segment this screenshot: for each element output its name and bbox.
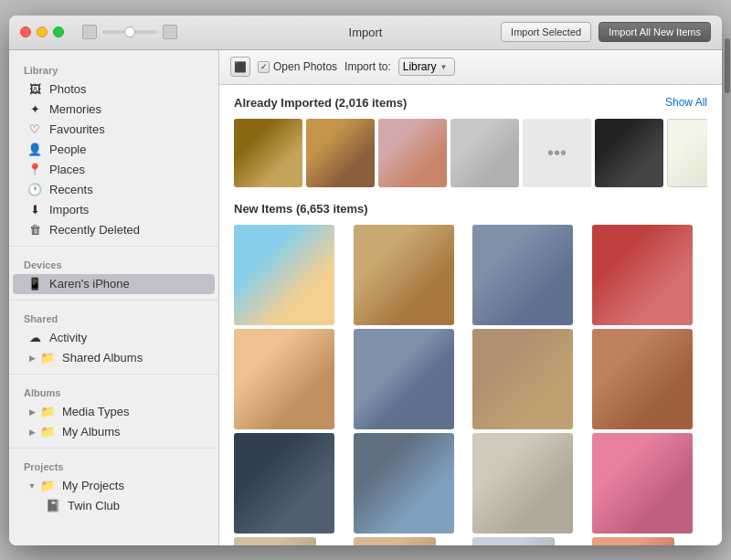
window-title: Import	[349, 26, 383, 39]
new-photo-girl[interactable]	[592, 225, 693, 325]
new-photo-bottom4[interactable]	[592, 537, 674, 545]
already-imported-header: Already Imported (2,016 items) Show All	[234, 96, 707, 110]
sidebar-item-my-projects[interactable]: ▼ 📁 My Projects	[13, 476, 215, 496]
media-types-icon: 📁	[40, 405, 55, 419]
already-imported-title: Already Imported (2,016 items)	[234, 96, 407, 110]
new-photo-dark-sofa[interactable]	[234, 433, 334, 534]
select-arrow-icon: ▼	[440, 63, 447, 71]
main-content: ⬛ Open Photos Import to: Library ▼ Alrea…	[219, 50, 722, 545]
new-photo-room[interactable]	[472, 329, 573, 429]
titlebar: Import Import Selected Import All New It…	[9, 16, 722, 50]
sidebar-item-people[interactable]: 👤 People	[13, 140, 215, 160]
my-albums-expand-icon: ▶	[27, 428, 37, 437]
sidebar-item-recently-deleted[interactable]: 🗑 Recently Deleted	[13, 220, 215, 240]
new-items-title: New Items (6,653 items)	[234, 202, 368, 216]
new-photo-bottom3[interactable]	[472, 537, 555, 545]
sidebar-memories-label: Memories	[49, 102, 101, 116]
traffic-lights	[20, 26, 64, 37]
sidebar-item-favourites[interactable]: ♡ Favourites	[13, 120, 215, 140]
new-photo-baby4[interactable]	[354, 329, 454, 429]
sidebar-item-imports[interactable]: ⬇ Imports	[13, 200, 215, 220]
places-icon: 📍	[27, 163, 42, 177]
sidebar-activity-label: Activity	[49, 331, 87, 344]
toolbar: ⬛ Open Photos Import to: Library ▼	[219, 50, 722, 85]
photo-thumb[interactable]	[306, 119, 375, 187]
new-photo-bottom1[interactable]	[234, 537, 316, 545]
sidebar: Library 🖼 Photos ✦ Memories ♡ Favourites…	[9, 50, 219, 545]
new-items-header: New Items (6,653 items)	[234, 202, 707, 216]
recently-deleted-icon: 🗑	[27, 223, 42, 238]
sidebar-places-label: Places	[49, 163, 85, 176]
new-photo-man-baby[interactable]	[354, 433, 454, 534]
zoom-slider[interactable]	[102, 30, 157, 34]
scroll-area[interactable]: Already Imported (2,016 items) Show All …	[219, 85, 722, 545]
sidebar-item-karens-iphone[interactable]: 📱 Karen's iPhone	[13, 274, 215, 294]
new-photo-baby2[interactable]	[472, 225, 573, 325]
import-to-value: Library	[403, 60, 437, 73]
content-area: Library 🖼 Photos ✦ Memories ♡ Favourites…	[9, 50, 722, 545]
show-all-link[interactable]: Show All	[665, 96, 707, 109]
sidebar-recents-label: Recents	[49, 183, 93, 196]
people-icon: 👤	[27, 143, 42, 157]
sidebar-item-my-albums[interactable]: ▶ 📁 My Albums	[13, 422, 215, 442]
new-photo-window[interactable]	[472, 433, 573, 534]
new-items-grid	[234, 225, 707, 545]
albums-section-label: Albums	[9, 380, 218, 402]
sidebar-my-albums-label: My Albums	[62, 425, 121, 438]
new-photo-baby5[interactable]	[592, 329, 693, 429]
import-all-button[interactable]: Import All New Items	[599, 22, 711, 42]
sidebar-item-recents[interactable]: 🕐 Recents	[13, 180, 215, 200]
new-photo-beach[interactable]	[234, 225, 334, 325]
window-icon-area	[82, 25, 177, 39]
sidebar-iphone-label: Karen's iPhone	[49, 277, 130, 291]
photo-thumb[interactable]	[234, 119, 302, 187]
more-icon: •••	[547, 143, 567, 164]
sidebar-item-places[interactable]: 📍 Places	[13, 160, 215, 180]
activity-icon: ☁	[27, 331, 42, 345]
view-toggle-icon[interactable]	[163, 25, 177, 39]
imports-icon: ⬇	[27, 203, 42, 217]
sidebar-media-types-label: Media Types	[62, 405, 129, 418]
sidebar-divider-4	[9, 448, 218, 449]
open-photos-label: Open Photos	[273, 60, 337, 73]
import-to-select[interactable]: Library ▼	[398, 58, 456, 76]
sidebar-favourites-label: Favourites	[49, 122, 105, 136]
media-types-expand-icon: ▶	[27, 407, 37, 417]
import-to-label: Import to:	[344, 60, 391, 73]
sidebar-item-activity[interactable]: ☁ Activity	[13, 328, 215, 348]
shared-section-label: Shared	[9, 306, 218, 328]
sidebar-item-media-types[interactable]: ▶ 📁 Media Types	[13, 402, 215, 422]
shared-albums-expand-icon: ▶	[27, 354, 37, 363]
back-button[interactable]: ⬛	[230, 57, 250, 77]
photo-thumb[interactable]	[595, 119, 663, 187]
new-photo-baby1[interactable]	[354, 225, 454, 325]
new-photo-bottom2[interactable]	[354, 537, 436, 545]
sidebar-imports-label: Imports	[49, 203, 89, 217]
projects-section-label: Projects	[9, 454, 218, 476]
photo-thumb[interactable]	[667, 119, 707, 187]
photo-thumb[interactable]	[378, 119, 447, 187]
sidebar-item-shared-albums[interactable]: ▶ 📁 Shared Albums	[13, 348, 215, 368]
zoom-slider-thumb	[124, 26, 135, 37]
open-photos-option[interactable]: Open Photos	[258, 60, 337, 73]
sidebar-twin-club-label: Twin Club	[68, 499, 120, 512]
sidebar-item-memories[interactable]: ✦ Memories	[13, 100, 215, 120]
import-selected-button[interactable]: Import Selected	[501, 22, 591, 42]
open-photos-checkbox[interactable]	[258, 61, 270, 73]
new-photo-pink[interactable]	[592, 433, 693, 534]
sidebar-item-twin-club[interactable]: 📓 Twin Club	[13, 496, 215, 516]
photo-more-thumb[interactable]: •••	[523, 119, 591, 187]
minimize-button[interactable]	[37, 26, 48, 37]
recents-icon: 🕐	[27, 183, 42, 197]
favourites-icon: ♡	[27, 122, 42, 137]
close-button[interactable]	[20, 26, 31, 37]
sidebar-toggle-icon[interactable]	[82, 25, 97, 39]
my-projects-expand-icon: ▼	[27, 481, 37, 491]
photo-thumb[interactable]	[450, 119, 519, 187]
sidebar-recently-deleted-label: Recently Deleted	[49, 223, 140, 237]
already-imported-grid: •••	[234, 119, 707, 187]
sidebar-item-photos[interactable]: 🖼 Photos	[13, 79, 215, 100]
new-photo-baby3[interactable]	[234, 329, 334, 429]
maximize-button[interactable]	[53, 26, 64, 37]
devices-section-label: Devices	[9, 252, 218, 274]
